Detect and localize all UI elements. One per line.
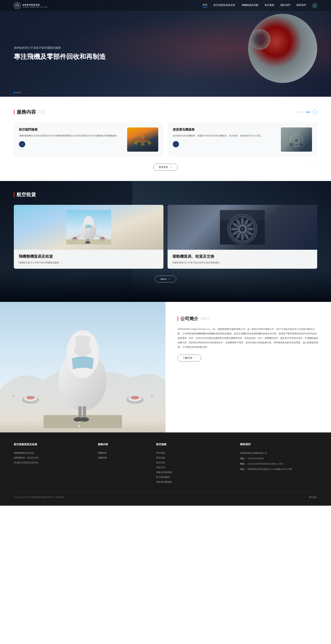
svg-point-8 xyxy=(295,139,298,142)
discover-more-wrap: 發現更多 → xyxy=(14,164,317,171)
nav-home[interactable]: 首頁 xyxy=(202,4,207,8)
rental-card-2-title: 發動機貿易、租賃及交換 xyxy=(172,254,312,259)
more-button[interactable]: More → xyxy=(155,276,176,282)
rental-card-1-title: 飛機整機貿易及租賃 xyxy=(19,254,158,259)
rental-section: 航空租賃 xyxy=(0,181,331,302)
intro-header: 公司簡介 ANY xyxy=(178,316,319,322)
footer-email-value: SALE@AEROEDGEGLOBAL.COM xyxy=(248,462,283,465)
hero-dot-1[interactable] xyxy=(14,92,15,93)
header: AEROEDGE GLOBAL SERVICES CO.,LTD. 首頁 航空資… xyxy=(0,0,331,11)
rental-card-2: 發動機貿易、租賃及交換 翔躍高器航空公司客戶提供世界先進的發動機交... xyxy=(168,205,317,269)
rental-title: 航空租賃 xyxy=(16,191,36,198)
footer-col-1-title: 航空資產貿易及租賃 xyxy=(14,443,91,448)
footer-col-2: 服務內容 飛機維修 飛機拆解 xyxy=(98,443,149,485)
footer-email-label: 郵箱： xyxy=(240,462,247,465)
rental-card-1: 飛機整機貿易及租賃 翔躍航空航空公司客戶提供飛機租賃服務，... xyxy=(14,205,164,269)
footer-col-1: 航空資產貿易及租賃 飛機整機貿易及租賃 發動機貿易、租賃及交換 其他航空資產貿易… xyxy=(14,443,91,485)
intro-image-side xyxy=(0,302,166,432)
intro-text: AEROEDGE Global Services Co., Ltd.（翔躍環球航… xyxy=(178,327,319,349)
hero-dot-3[interactable] xyxy=(19,92,21,93)
rental-card-1-image xyxy=(14,205,164,250)
svg-point-53 xyxy=(130,396,139,400)
svg-point-10 xyxy=(300,143,304,147)
svg-point-59 xyxy=(80,417,89,422)
rental-content: 航空租賃 xyxy=(14,191,317,282)
rental-card-1-desc: 翔躍航空航空公司客戶提供飛機租賃服務，... xyxy=(19,261,158,264)
language-globe[interactable]: 🌐 xyxy=(312,3,317,8)
service-card-2: 貨貨運包機服務 提供個性化的包機服務，根據客戶的需求安排包機航班，提供高效、便捷… xyxy=(168,122,317,157)
service-card-2-image xyxy=(281,128,312,152)
svg-point-5 xyxy=(144,142,148,146)
svg-rect-3 xyxy=(136,140,150,141)
services-title-zh: 服務內容 xyxy=(16,109,36,115)
intro-title-line xyxy=(178,316,178,321)
services-nav-dot-3 xyxy=(306,112,310,112)
service-card-2-title: 貨貨運包機服務 xyxy=(173,128,278,132)
service-card-1-btn[interactable]: → xyxy=(19,141,25,147)
nav-maintenance[interactable]: 飛機維修及拆解 xyxy=(242,4,258,8)
footer-link-3-4[interactable]: 技術支持 xyxy=(156,466,233,469)
nav-contact[interactable]: 聯系我們 xyxy=(296,4,306,8)
hero-dots xyxy=(14,92,21,93)
service-card-1-image xyxy=(127,128,158,152)
footer-link-2-2[interactable]: 飛機拆解 xyxy=(98,456,149,460)
footer-link-1-3[interactable]: 其他航空資產貿易及租賃 xyxy=(14,461,91,464)
rental-title-line xyxy=(14,192,14,197)
svg-point-41 xyxy=(242,228,243,230)
nav-trade[interactable]: 航空資產貿易及租賃 xyxy=(214,4,235,8)
footer-col-4-title: 聯系我們 xyxy=(240,443,317,448)
svg-rect-46 xyxy=(78,425,80,427)
svg-point-27 xyxy=(241,218,244,225)
footer-link-1-2[interactable]: 發動機貿易、租賃及交換 xyxy=(14,456,91,460)
svg-point-36 xyxy=(231,228,238,230)
service-img-1 xyxy=(127,128,158,152)
footer-link-3-3[interactable]: 航空培訓 xyxy=(156,461,233,464)
service-card-1-content: 航空顧問服務 飛機/發動機交付技術資產和文件評估飛機/發動機重新交付技術資產和文… xyxy=(19,128,124,147)
footer-address-value: 香港新界沙田水泉澳141-145號爐山中心19樓 xyxy=(248,468,292,470)
discover-more-label: 發現更多 xyxy=(158,166,168,169)
svg-point-22 xyxy=(86,242,90,244)
discover-more-arrow: → xyxy=(170,166,172,169)
nav-about[interactable]: 關於我們 xyxy=(280,4,290,8)
footer-link-1-1[interactable]: 飛機整機貿易及租賃 xyxy=(14,452,91,454)
intro-section: 公司簡介 ANY AEROEDGE Global Services Co., L… xyxy=(0,302,331,432)
rental-card-2-body: 發動機貿易、租賃及交換 翔躍高器航空公司客戶提供世界先進的發動機交... xyxy=(168,250,317,269)
learn-more-button[interactable]: 了解詳情 → xyxy=(178,354,201,362)
more-arrow: → xyxy=(168,278,170,280)
hero-section: 我們始終致力于為客戶提供優質的服務 專注飛機及零部件回收和再制造 xyxy=(0,0,331,97)
footer-company-name: 翔躍環球航空服務有限公司 xyxy=(240,452,267,454)
footer-col-2-title: 服務內容 xyxy=(98,443,149,448)
footer-link-3-1[interactable]: 零件服務 xyxy=(156,452,233,454)
hero-dot-2[interactable] xyxy=(16,92,18,93)
footer-link-3-7[interactable]: 貨貨運包機服務 xyxy=(156,480,233,484)
svg-point-9 xyxy=(289,143,293,147)
learn-more-arrow: → xyxy=(194,357,196,360)
services-nav-dot-1 xyxy=(296,112,300,112)
footer-bottom: Copyright © 2024 翔躍環球航空服務有限公司 版權所有 網站建設 xyxy=(14,496,317,499)
hero-subtitle: 我們始終致力于為客戶提供優質的服務 xyxy=(14,46,106,50)
footer-link-3-5[interactable]: 運輸及包機清購 xyxy=(156,471,233,474)
services-title-line xyxy=(14,110,14,114)
footer-link-2-1[interactable]: 飛機維修 xyxy=(98,452,149,454)
footer-grid: 航空資產貿易及租賃 飛機整機貿易及租賃 發動機貿易、租賃及交換 其他航空資產貿易… xyxy=(14,443,317,485)
logo-name: AEROEDGE xyxy=(22,3,48,6)
footer-bottom-link[interactable]: 網站建設 xyxy=(309,496,317,499)
footer-link-3-2[interactable]: 部件維修 xyxy=(156,456,233,460)
footer-phone-label: 電話： xyxy=(240,457,247,460)
footer-company: 翔躍環球航空服務有限公司 xyxy=(240,452,317,455)
intro-title-zh: 公司簡介 xyxy=(180,316,198,322)
logo-icon xyxy=(14,2,21,9)
service-card-1: 航空顧問服務 飛機/發動機交付技術資產和文件評估飛機/發動機重新交付技術資產和文… xyxy=(14,122,164,157)
svg-point-30 xyxy=(246,228,254,230)
intro-title-en: ANY xyxy=(200,316,210,322)
rental-card-1-body: 飛機整機貿易及租賃 翔躍航空航空公司客戶提供飛機租賃服務，... xyxy=(14,250,164,269)
nav-services[interactable]: 航空服務 xyxy=(265,4,274,8)
services-nav-right[interactable]: › xyxy=(312,110,317,114)
discover-more-button[interactable]: 發現更多 → xyxy=(153,164,178,171)
footer-phone: 電話： +861341414992 xyxy=(240,457,317,460)
rental-card-2-desc: 翔躍高器航空公司客戶提供世界先進的發動機交... xyxy=(172,261,312,264)
footer-link-3-6[interactable]: 航空顧問服務 xyxy=(156,476,233,479)
service-card-2-btn[interactable]: → xyxy=(173,141,179,147)
logo: AEROEDGE GLOBAL SERVICES CO.,LTD. xyxy=(14,2,48,9)
footer-col-3-title: 航空服務 xyxy=(156,443,233,448)
